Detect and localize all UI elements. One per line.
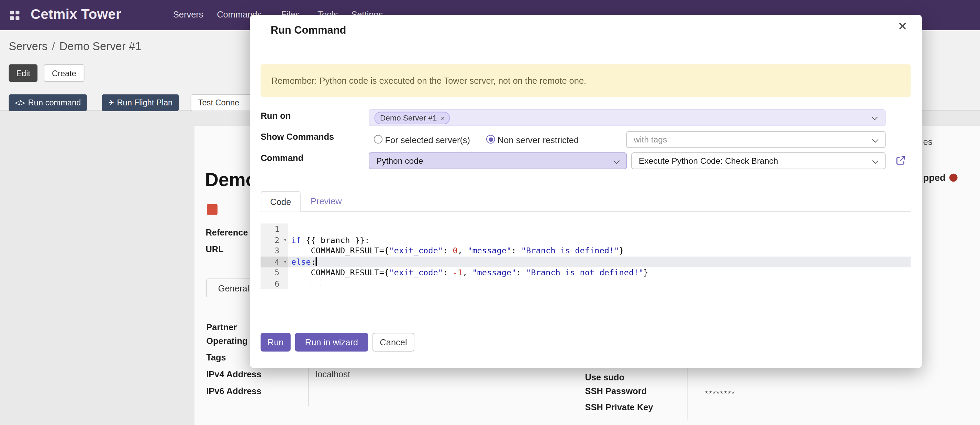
code-line-2[interactable]: if {{ branch }}:: [288, 235, 911, 246]
python-warning-alert: Remember: Python code is executed on the…: [261, 64, 911, 97]
radio-non-server-restricted[interactable]: [486, 135, 495, 143]
gutter-line-3[interactable]: 3: [261, 246, 288, 257]
indent-guide: [311, 279, 311, 289]
radio-for-selected-servers[interactable]: [374, 135, 382, 143]
tab-preview[interactable]: Preview: [311, 196, 342, 206]
code-token: :: [311, 257, 316, 266]
code-token: "message": [472, 268, 516, 277]
chevron-down-icon: [872, 158, 878, 164]
code-token: :: [443, 268, 453, 277]
command-type-value: Python code: [376, 156, 423, 165]
operating-system-label: Operating: [206, 336, 247, 346]
code-token: }: [619, 246, 624, 255]
menu-servers[interactable]: Servers: [173, 9, 204, 19]
code-line-3[interactable]: COMMAND_RESULT={"exit_code": 0, "message…: [288, 246, 911, 257]
text-cursor: [316, 257, 317, 265]
radio-for-selected-servers-label[interactable]: For selected server(s): [385, 135, 470, 145]
command-select[interactable]: Execute Python Code: Check Branch: [631, 152, 886, 169]
server-title: Demo: [205, 169, 258, 190]
breadcrumb-servers[interactable]: Servers: [9, 40, 48, 52]
gutter-line-5[interactable]: 5: [261, 267, 288, 278]
with-tags-select[interactable]: with tags: [627, 131, 886, 148]
command-select-value: Execute Python Code: Check Branch: [639, 156, 778, 165]
editor-gutter: 12▾34▾56: [261, 224, 288, 289]
code-token: :: [517, 268, 526, 277]
url-label: URL: [205, 244, 223, 254]
right-header-partial-text: es: [923, 136, 932, 147]
run-command-button[interactable]: </> Run command: [9, 94, 87, 111]
radio-non-server-restricted-label[interactable]: Non server restricted: [498, 135, 579, 145]
line-number: 3: [275, 246, 279, 255]
external-link-icon[interactable]: [895, 155, 907, 166]
partner-label: Partner: [206, 322, 237, 332]
code-token: "Branch is not defined!": [526, 268, 644, 277]
code-line-4[interactable]: else:: [288, 257, 911, 267]
command-label: Command: [261, 153, 304, 163]
tab-code[interactable]: Code: [261, 191, 300, 212]
screen: Cetmix Tower Servers Commands Files Tool…: [0, 0, 980, 425]
code-brackets-icon: </>: [15, 99, 25, 106]
code-token: COMMAND_RESULT={: [291, 268, 389, 277]
run-on-label: Run on: [261, 111, 291, 121]
line-number: 6: [275, 279, 279, 288]
code-token: "Branch is defined!": [521, 246, 619, 255]
code-token: if: [291, 235, 301, 244]
code-token: "message": [467, 246, 511, 255]
code-token: COMMAND_RESULT={: [291, 246, 389, 255]
show-commands-label: Show Commands: [261, 132, 334, 142]
editor-code[interactable]: if {{ branch }}: COMMAND_RESULT={"exit_c…: [288, 224, 911, 289]
code-line-1[interactable]: [288, 224, 911, 235]
close-icon[interactable]: ×: [898, 19, 907, 34]
gutter-line-1[interactable]: 1: [261, 224, 288, 235]
gutter-line-4[interactable]: 4▾: [261, 257, 288, 267]
run-on-tags-field[interactable]: Demo Server #1×: [369, 109, 886, 126]
code-line-6[interactable]: [288, 278, 911, 289]
ssh-private-key-label: SSH Private Key: [585, 402, 653, 412]
status-stopped-partial-text: pped: [923, 172, 946, 183]
server-tag-label: Demo Server #1: [380, 114, 437, 122]
fold-arrow-icon[interactable]: ▾: [283, 235, 287, 246]
chevron-down-icon: [872, 114, 878, 120]
run-in-wizard-button[interactable]: Run in wizard: [295, 333, 368, 352]
code-line-5[interactable]: COMMAND_RESULT={"exit_code": -1, "messag…: [288, 267, 911, 278]
code-token: else: [291, 257, 311, 266]
use-sudo-label: Use sudo: [585, 372, 624, 382]
apps-grid-icon[interactable]: [10, 11, 19, 20]
chevron-down-icon: [872, 136, 878, 143]
line-number: 5: [275, 268, 279, 277]
code-token: ,: [458, 246, 467, 255]
gutter-line-6[interactable]: 6: [261, 278, 288, 289]
server-tag-color-square: [207, 204, 218, 215]
code-token: :: [443, 246, 453, 255]
tag-remove-icon[interactable]: ×: [441, 114, 445, 122]
run-flight-plan-label: Run Flight Plan: [117, 98, 173, 108]
cancel-button[interactable]: Cancel: [372, 333, 414, 352]
code-token: {{ branch }}:: [301, 235, 369, 244]
ssh-password-label: SSH Password: [585, 386, 647, 396]
indent-guide: [321, 279, 321, 289]
app-brand[interactable]: Cetmix Tower: [30, 6, 121, 22]
gutter-line-2[interactable]: 2▾: [261, 235, 288, 246]
breadcrumb-current: Demo Server #1: [59, 40, 141, 52]
code-editor[interactable]: 12▾34▾56 if {{ branch }}: COMMAND_RESULT…: [261, 224, 911, 290]
command-type-select[interactable]: Python code: [369, 152, 627, 169]
line-number: 4: [275, 257, 279, 266]
line-number: 2: [275, 235, 279, 244]
server-tag-pill[interactable]: Demo Server #1×: [375, 112, 450, 124]
modal-title: Run Command: [271, 24, 346, 37]
breadcrumb-separator: /: [52, 40, 55, 52]
status-stopped-dot: [950, 174, 958, 182]
code-token: 0: [453, 246, 457, 255]
line-number: 1: [275, 224, 279, 233]
fold-arrow-icon[interactable]: ▾: [283, 257, 287, 267]
alert-text: Remember: Python code is executed on the…: [271, 64, 586, 97]
chevron-down-icon: [613, 158, 620, 164]
run-flight-plan-button[interactable]: ✈ Run Flight Plan: [102, 94, 179, 111]
code-token: -1: [453, 268, 462, 277]
code-token: "exit_code": [389, 268, 443, 277]
code-token: ,: [463, 268, 472, 277]
run-button[interactable]: Run: [261, 333, 290, 352]
edit-button[interactable]: Edit: [9, 64, 37, 82]
create-button[interactable]: Create: [44, 64, 84, 82]
plane-icon: ✈: [108, 98, 114, 107]
